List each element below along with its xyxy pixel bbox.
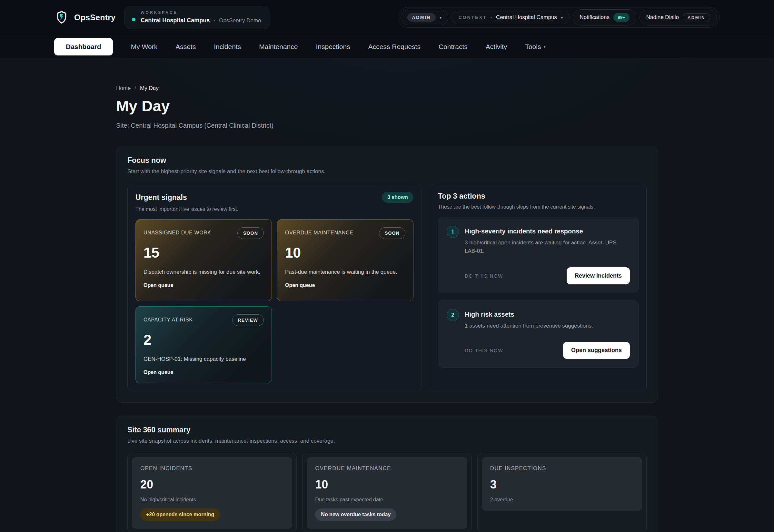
user-role-badge: ADMIN bbox=[683, 13, 710, 22]
focus-subtitle: Start with the highest-priority site sig… bbox=[127, 168, 647, 175]
action-number-badge: 1 bbox=[447, 226, 459, 238]
breadcrumb-separator: / bbox=[134, 85, 136, 92]
stat-trend-badge: No new overdue tasks today bbox=[315, 508, 396, 521]
action-number-badge: 2 bbox=[447, 309, 459, 321]
action-title: High-severity incidents need response bbox=[465, 228, 630, 235]
nav-dashboard[interactable]: Dashboard bbox=[54, 38, 113, 55]
signal-card-overdue-maintenance: OVERDUE MAINTENANCE SOON 10 Past-due mai… bbox=[277, 219, 413, 301]
main-nav: Dashboard My Work Assets Incidents Maint… bbox=[0, 35, 774, 59]
site360-subtitle: Live site snapshot across incidents, mai… bbox=[127, 438, 647, 444]
chevron-down-icon: ▾ bbox=[561, 15, 563, 20]
top-actions-title: Top 3 actions bbox=[438, 192, 639, 201]
top-header: OpsSentry WORKSPACE Central Hospital Cam… bbox=[0, 0, 774, 35]
admin-menu[interactable]: ADMIN ▾ bbox=[401, 10, 449, 25]
nav-assets[interactable]: Assets bbox=[175, 43, 196, 51]
site360-title: Site 360 summary bbox=[127, 426, 647, 434]
urgent-signals-subtitle: The most important live issues to review… bbox=[135, 206, 413, 212]
brand-name: OpsSentry bbox=[74, 13, 115, 22]
user-name: Nadine Diallo bbox=[646, 14, 679, 21]
chevron-down-icon: ▾ bbox=[440, 15, 442, 20]
user-menu[interactable]: Nadine Diallo ADMIN bbox=[640, 10, 717, 25]
context-selector[interactable]: CONTEXT • Central Hospital Campus ▾ bbox=[451, 11, 570, 24]
stat-card-due-inspections: DUE INSPECTIONS 3 2 overdue bbox=[477, 453, 647, 532]
notifications-button[interactable]: Notifications 99+ bbox=[573, 9, 636, 25]
site-360-panel: Site 360 summary Live site snapshot acro… bbox=[116, 416, 658, 532]
context-label: CONTEXT bbox=[458, 15, 487, 20]
chevron-down-icon: ▾ bbox=[543, 44, 546, 49]
nav-tools-label: Tools bbox=[525, 43, 541, 51]
top-actions-panel: Top 3 actions These are the best follow-… bbox=[430, 184, 647, 391]
signal-value: 2 bbox=[144, 332, 264, 348]
urgent-signals-panel: Urgent signals 3 shown The most importan… bbox=[127, 184, 422, 391]
action-description: 3 high/critical open incidents are waiti… bbox=[465, 239, 630, 256]
stat-card-overdue-maintenance: OVERDUE MAINTENANCE 10 Due tasks past ex… bbox=[302, 453, 471, 532]
open-queue-link[interactable]: Open queue bbox=[144, 282, 173, 288]
workspace-status-dot bbox=[132, 18, 135, 21]
stat-value: 3 bbox=[490, 478, 634, 491]
action-description: 1 assets need attention from preventive … bbox=[465, 322, 630, 330]
workspace-meta: OpsSentry Demo bbox=[219, 17, 261, 24]
nav-incidents[interactable]: Incidents bbox=[214, 43, 241, 51]
workspace-selector[interactable]: WORKSPACE Central Hospital Campus • OpsS… bbox=[124, 6, 270, 29]
stat-description: Due tasks past expected date bbox=[315, 497, 459, 503]
do-this-now-label: DO THIS NOW bbox=[465, 348, 503, 353]
signal-value: 15 bbox=[144, 245, 264, 261]
breadcrumb-home[interactable]: Home bbox=[116, 85, 131, 92]
signal-label: OVERDUE MAINTENANCE bbox=[285, 227, 353, 236]
nav-maintenance[interactable]: Maintenance bbox=[259, 43, 298, 51]
signal-tag-badge: SOON bbox=[379, 227, 405, 239]
workspace-label: WORKSPACE bbox=[141, 10, 261, 15]
opssentry-logo-icon bbox=[54, 10, 69, 25]
notifications-label: Notifications bbox=[580, 14, 610, 21]
open-queue-link[interactable]: Open queue bbox=[285, 282, 315, 288]
workspace-name: Central Hospital Campus bbox=[141, 17, 210, 24]
stat-trend-badge: +20 openeds since morning bbox=[140, 508, 220, 521]
brand: OpsSentry bbox=[54, 10, 115, 25]
open-suggestions-button[interactable]: Open suggestions bbox=[563, 342, 630, 359]
nav-my-work[interactable]: My Work bbox=[131, 43, 157, 51]
breadcrumb-current: My Day bbox=[140, 85, 159, 92]
do-this-now-label: DO THIS NOW bbox=[465, 273, 503, 279]
signal-description: Past-due maintenance is waiting in the q… bbox=[285, 268, 405, 276]
focus-now-panel: Focus now Start with the highest-priorit… bbox=[116, 146, 658, 403]
context-value: Central Hospital Campus bbox=[496, 14, 557, 21]
signal-label: UNASSIGNED DUE WORK bbox=[144, 227, 211, 236]
signal-tag-badge: SOON bbox=[237, 227, 264, 239]
signal-value: 10 bbox=[285, 245, 405, 261]
main-area: Home / My Day My Day Site: Central Hospi… bbox=[0, 59, 774, 532]
nav-tools[interactable]: Tools ▾ bbox=[525, 43, 546, 51]
header-controls: ADMIN ▾ CONTEXT • Central Hospital Campu… bbox=[398, 7, 720, 28]
action-title: High risk assets bbox=[465, 311, 630, 318]
stat-label: OPEN INCIDENTS bbox=[140, 465, 284, 472]
review-incidents-button[interactable]: Review incidents bbox=[567, 267, 630, 284]
shown-count-badge: 3 shown bbox=[382, 192, 413, 203]
stat-card-open-incidents: OPEN INCIDENTS 20 No high/critical incid… bbox=[127, 453, 297, 532]
admin-chip: ADMIN bbox=[407, 13, 436, 22]
page-title: My Day bbox=[116, 97, 658, 115]
signal-label: CAPACITY AT RISK bbox=[144, 314, 193, 323]
stat-description: No high/critical incidents bbox=[140, 497, 284, 503]
dot-separator-icon: • bbox=[213, 18, 215, 23]
stat-value: 10 bbox=[315, 478, 459, 491]
focus-title: Focus now bbox=[127, 156, 647, 165]
nav-activity[interactable]: Activity bbox=[486, 43, 507, 51]
signal-card-unassigned-due-work: UNASSIGNED DUE WORK SOON 15 Dispatch own… bbox=[135, 219, 272, 301]
action-card-assets: 2 High risk assets 1 assets need attenti… bbox=[438, 300, 639, 368]
nav-access-requests[interactable]: Access Requests bbox=[368, 43, 421, 51]
signal-tag-badge: REVIEW bbox=[232, 314, 264, 326]
open-queue-link[interactable]: Open queue bbox=[144, 369, 173, 375]
dot-separator-icon: • bbox=[491, 15, 492, 20]
nav-contracts[interactable]: Contracts bbox=[439, 43, 468, 51]
top-actions-subtitle: These are the best follow-through steps … bbox=[438, 204, 639, 210]
breadcrumb: Home / My Day bbox=[116, 85, 658, 92]
stat-label: OVERDUE MAINTENANCE bbox=[315, 465, 459, 472]
stat-value: 20 bbox=[140, 478, 284, 491]
nav-inspections[interactable]: Inspections bbox=[316, 43, 350, 51]
page-subtitle: Site: Central Hospital Campus (Central C… bbox=[116, 122, 658, 129]
signal-card-capacity-at-risk: CAPACITY AT RISK REVIEW 2 GEN-HOSP-01: M… bbox=[135, 306, 272, 383]
stat-description: 2 overdue bbox=[490, 497, 634, 503]
notifications-count-badge: 99+ bbox=[613, 13, 630, 22]
action-card-incidents: 1 High-severity incidents need response … bbox=[438, 217, 639, 293]
signal-description: GEN-HOSP-01: Missing capacity baseline bbox=[144, 355, 264, 363]
stat-label: DUE INSPECTIONS bbox=[490, 465, 634, 472]
